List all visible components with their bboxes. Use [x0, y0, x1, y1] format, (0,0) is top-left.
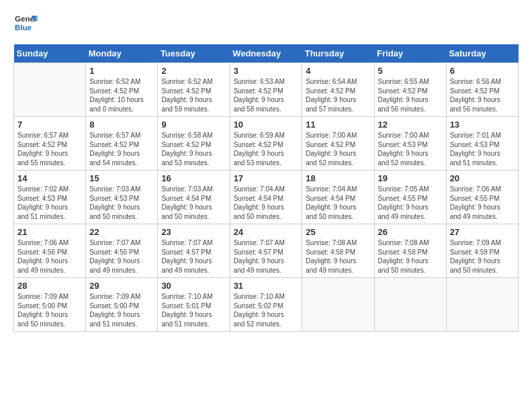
calendar-cell: 4Sunrise: 6:54 AM Sunset: 4:52 PM Daylig… — [302, 63, 374, 117]
logo: General Blue — [13, 13, 38, 34]
calendar-cell: 7Sunrise: 6:57 AM Sunset: 4:52 PM Daylig… — [14, 117, 86, 171]
day-info: Sunrise: 7:00 AM Sunset: 4:52 PM Dayligh… — [306, 131, 370, 167]
day-info: Sunrise: 6:57 AM Sunset: 4:52 PM Dayligh… — [17, 131, 82, 167]
day-info: Sunrise: 7:04 AM Sunset: 4:54 PM Dayligh… — [234, 185, 299, 221]
calendar-cell: 9Sunrise: 6:58 AM Sunset: 4:52 PM Daylig… — [158, 117, 230, 171]
calendar-cell — [14, 63, 86, 117]
day-number: 17 — [234, 173, 299, 183]
day-number: 6 — [450, 66, 515, 76]
calendar-cell: 21Sunrise: 7:06 AM Sunset: 4:56 PM Dayli… — [14, 224, 86, 278]
day-number: 24 — [234, 227, 299, 237]
day-number: 8 — [89, 120, 154, 130]
day-info: Sunrise: 7:05 AM Sunset: 4:55 PM Dayligh… — [378, 185, 443, 221]
calendar-cell: 28Sunrise: 7:09 AM Sunset: 5:00 PM Dayli… — [14, 278, 86, 332]
day-info: Sunrise: 7:07 AM Sunset: 4:57 PM Dayligh… — [234, 238, 299, 275]
calendar-cell: 14Sunrise: 7:02 AM Sunset: 4:53 PM Dayli… — [14, 171, 86, 224]
day-info: Sunrise: 7:04 AM Sunset: 4:54 PM Dayligh… — [306, 185, 370, 221]
day-info: Sunrise: 7:00 AM Sunset: 4:53 PM Dayligh… — [378, 131, 443, 167]
day-number: 23 — [161, 227, 226, 237]
calendar-cell: 3Sunrise: 6:53 AM Sunset: 4:52 PM Daylig… — [230, 63, 302, 117]
day-number: 7 — [17, 120, 82, 130]
day-info: Sunrise: 6:53 AM Sunset: 4:52 PM Dayligh… — [234, 77, 299, 113]
weekday-header: Saturday — [446, 44, 518, 63]
day-info: Sunrise: 7:10 AM Sunset: 5:01 PM Dayligh… — [161, 292, 226, 328]
day-number: 29 — [89, 281, 154, 291]
calendar-cell: 29Sunrise: 7:09 AM Sunset: 5:00 PM Dayli… — [86, 278, 158, 332]
svg-text:Blue: Blue — [15, 24, 32, 32]
day-info: Sunrise: 7:10 AM Sunset: 5:02 PM Dayligh… — [234, 292, 299, 328]
calendar-cell: 26Sunrise: 7:08 AM Sunset: 4:58 PM Dayli… — [374, 224, 446, 278]
calendar-cell: 23Sunrise: 7:07 AM Sunset: 4:57 PM Dayli… — [158, 224, 230, 278]
calendar-cell: 16Sunrise: 7:03 AM Sunset: 4:54 PM Dayli… — [158, 171, 230, 224]
day-info: Sunrise: 7:08 AM Sunset: 4:58 PM Dayligh… — [378, 238, 443, 275]
day-number: 14 — [17, 173, 82, 183]
day-number: 18 — [306, 173, 370, 183]
day-number: 15 — [89, 173, 154, 183]
calendar-cell: 10Sunrise: 6:59 AM Sunset: 4:52 PM Dayli… — [230, 117, 302, 171]
calendar-cell — [446, 278, 518, 332]
day-info: Sunrise: 7:07 AM Sunset: 4:57 PM Dayligh… — [161, 238, 226, 275]
calendar-cell: 22Sunrise: 7:07 AM Sunset: 4:56 PM Dayli… — [86, 224, 158, 278]
calendar-cell — [302, 278, 374, 332]
day-info: Sunrise: 6:55 AM Sunset: 4:52 PM Dayligh… — [378, 77, 443, 113]
calendar-cell: 2Sunrise: 6:52 AM Sunset: 4:52 PM Daylig… — [158, 63, 230, 117]
day-number: 5 — [378, 66, 443, 76]
day-number: 4 — [306, 66, 370, 76]
calendar-header: SundayMondayTuesdayWednesdayThursdayFrid… — [14, 44, 519, 63]
day-info: Sunrise: 7:06 AM Sunset: 4:56 PM Dayligh… — [17, 238, 82, 275]
day-info: Sunrise: 6:52 AM Sunset: 4:52 PM Dayligh… — [89, 77, 154, 113]
day-info: Sunrise: 6:57 AM Sunset: 4:52 PM Dayligh… — [89, 131, 154, 167]
day-info: Sunrise: 7:03 AM Sunset: 4:54 PM Dayligh… — [161, 185, 226, 221]
day-number: 10 — [234, 120, 299, 130]
page-header: General Blue — [13, 13, 519, 34]
calendar-cell: 12Sunrise: 7:00 AM Sunset: 4:53 PM Dayli… — [374, 117, 446, 171]
weekday-header: Wednesday — [230, 44, 302, 63]
calendar-cell: 13Sunrise: 7:01 AM Sunset: 4:53 PM Dayli… — [446, 117, 518, 171]
calendar-week-row: 14Sunrise: 7:02 AM Sunset: 4:53 PM Dayli… — [14, 171, 519, 224]
day-number: 2 — [161, 66, 226, 76]
day-info: Sunrise: 6:59 AM Sunset: 4:52 PM Dayligh… — [234, 131, 299, 167]
day-number: 30 — [161, 281, 226, 291]
calendar-week-row: 28Sunrise: 7:09 AM Sunset: 5:00 PM Dayli… — [14, 278, 519, 332]
calendar-cell: 1Sunrise: 6:52 AM Sunset: 4:52 PM Daylig… — [86, 63, 158, 117]
calendar-cell: 11Sunrise: 7:00 AM Sunset: 4:52 PM Dayli… — [302, 117, 374, 171]
calendar-cell: 24Sunrise: 7:07 AM Sunset: 4:57 PM Dayli… — [230, 224, 302, 278]
logo-icon: General Blue — [13, 13, 38, 34]
calendar-week-row: 1Sunrise: 6:52 AM Sunset: 4:52 PM Daylig… — [14, 63, 519, 117]
calendar-week-row: 21Sunrise: 7:06 AM Sunset: 4:56 PM Dayli… — [14, 224, 519, 278]
calendar-cell: 30Sunrise: 7:10 AM Sunset: 5:01 PM Dayli… — [158, 278, 230, 332]
calendar-cell: 20Sunrise: 7:06 AM Sunset: 4:55 PM Dayli… — [446, 171, 518, 224]
day-number: 31 — [234, 281, 299, 291]
weekday-header: Thursday — [302, 44, 374, 63]
day-info: Sunrise: 6:52 AM Sunset: 4:52 PM Dayligh… — [161, 77, 226, 113]
day-info: Sunrise: 7:03 AM Sunset: 4:53 PM Dayligh… — [89, 185, 154, 221]
calendar-table: SundayMondayTuesdayWednesdayThursdayFrid… — [13, 44, 519, 332]
day-info: Sunrise: 7:09 AM Sunset: 4:59 PM Dayligh… — [450, 238, 515, 275]
calendar-cell: 17Sunrise: 7:04 AM Sunset: 4:54 PM Dayli… — [230, 171, 302, 224]
day-number: 21 — [17, 227, 82, 237]
day-info: Sunrise: 6:54 AM Sunset: 4:52 PM Dayligh… — [306, 77, 370, 113]
calendar-cell: 5Sunrise: 6:55 AM Sunset: 4:52 PM Daylig… — [374, 63, 446, 117]
day-info: Sunrise: 7:06 AM Sunset: 4:55 PM Dayligh… — [450, 185, 515, 221]
day-number: 20 — [450, 173, 515, 183]
day-info: Sunrise: 7:09 AM Sunset: 5:00 PM Dayligh… — [17, 292, 82, 328]
weekday-header: Tuesday — [158, 44, 230, 63]
day-number: 1 — [89, 66, 154, 76]
day-number: 16 — [161, 173, 226, 183]
day-number: 19 — [378, 173, 443, 183]
calendar-cell: 18Sunrise: 7:04 AM Sunset: 4:54 PM Dayli… — [302, 171, 374, 224]
day-info: Sunrise: 7:09 AM Sunset: 5:00 PM Dayligh… — [89, 292, 154, 328]
day-info: Sunrise: 6:58 AM Sunset: 4:52 PM Dayligh… — [161, 131, 226, 167]
day-number: 25 — [306, 227, 370, 237]
weekday-header: Friday — [374, 44, 446, 63]
day-number: 12 — [378, 120, 443, 130]
day-info: Sunrise: 7:02 AM Sunset: 4:53 PM Dayligh… — [17, 185, 82, 221]
calendar-cell: 27Sunrise: 7:09 AM Sunset: 4:59 PM Dayli… — [446, 224, 518, 278]
weekday-header: Sunday — [14, 44, 86, 63]
calendar-cell — [374, 278, 446, 332]
day-number: 11 — [306, 120, 370, 130]
calendar-week-row: 7Sunrise: 6:57 AM Sunset: 4:52 PM Daylig… — [14, 117, 519, 171]
day-info: Sunrise: 7:01 AM Sunset: 4:53 PM Dayligh… — [450, 131, 515, 167]
day-number: 27 — [450, 227, 515, 237]
calendar-cell: 19Sunrise: 7:05 AM Sunset: 4:55 PM Dayli… — [374, 171, 446, 224]
